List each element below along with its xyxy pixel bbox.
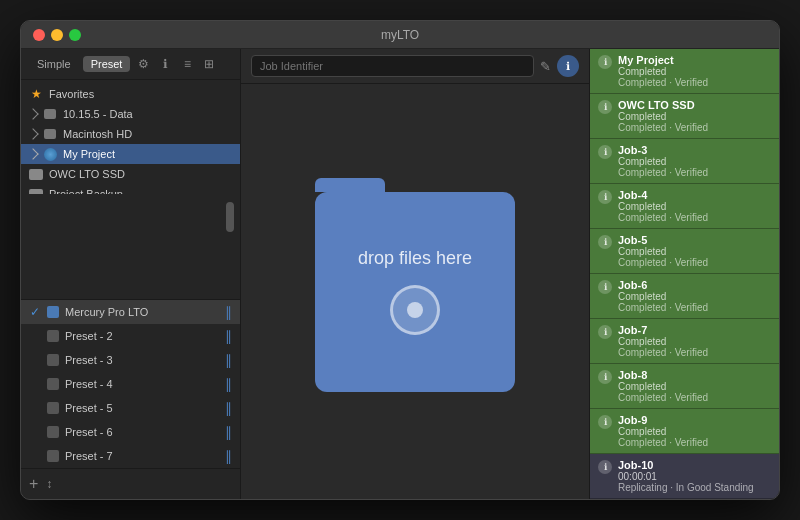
job-sub: Completed · Verified xyxy=(618,257,771,268)
job-details: Job-5 Completed Completed · Verified xyxy=(618,234,771,268)
job-name: Job-5 xyxy=(618,234,771,246)
preset-color-swatch xyxy=(47,378,59,390)
info-icon: ℹ xyxy=(598,55,612,69)
preset-label: Preset - 6 xyxy=(65,426,113,438)
info-circle-icon[interactable]: ℹ xyxy=(557,55,579,77)
globe-icon xyxy=(43,147,57,161)
job-sub: Completed · Verified xyxy=(618,77,771,88)
preset-color-swatch xyxy=(47,330,59,342)
job-name: Job-6 xyxy=(618,279,771,291)
preset-color-swatch xyxy=(47,426,59,438)
job-name: Job-9 xyxy=(618,414,771,426)
close-button[interactable] xyxy=(33,29,45,41)
job-name: OWC LTO SSD xyxy=(618,99,771,111)
sidebar-item-label: Macintosh HD xyxy=(63,128,132,140)
settings-icon[interactable]: ⚙ xyxy=(134,55,152,73)
sidebar-item-myproject[interactable]: My Project xyxy=(21,144,240,164)
sidebar-item-owclto[interactable]: OWC LTO SSD xyxy=(21,164,240,184)
job-entry-5[interactable]: ℹ Job-5 Completed Completed · Verified xyxy=(590,229,779,274)
job-sub: Completed · Verified xyxy=(618,437,771,448)
main-window: myLTO Simple Preset ⚙ ℹ ≡ ⊞ ★ Favorites xyxy=(20,20,780,500)
info-icon[interactable]: ℹ xyxy=(156,55,174,73)
info-icon: ℹ xyxy=(598,235,612,249)
info-icon: ℹ xyxy=(598,325,612,339)
chevron-icon xyxy=(27,128,38,139)
preset-color-swatch xyxy=(47,354,59,366)
preset-item-6[interactable]: ✓ Preset - 6 ∥ xyxy=(21,420,240,444)
checkmark-icon: ✓ xyxy=(29,306,41,318)
edit-icon[interactable]: ∥ xyxy=(225,424,232,440)
job-status: Completed xyxy=(618,381,771,392)
job-status: Completed xyxy=(618,156,771,167)
drop-zone-text: drop files here xyxy=(358,248,472,269)
job-name: Job-10 xyxy=(618,459,771,471)
job-entry-7[interactable]: ℹ Job-7 Completed Completed · Verified xyxy=(590,319,779,364)
job-entry-10[interactable]: ℹ Job-10 00:00:01 Replicating · In Good … xyxy=(590,454,779,499)
job-status: 00:00:01 xyxy=(618,471,771,482)
job-entry-4[interactable]: ℹ Job-4 Completed Completed · Verified xyxy=(590,184,779,229)
preset-color-swatch xyxy=(47,306,59,318)
job-details: OWC LTO SSD Completed Completed · Verifi… xyxy=(618,99,771,133)
sidebar-item-label: My Project xyxy=(63,148,115,160)
preset-item-3[interactable]: ✓ Preset - 3 ∥ xyxy=(21,348,240,372)
preset-label: Preset - 7 xyxy=(65,450,113,462)
info-icon: ℹ xyxy=(598,280,612,294)
job-name: Job-8 xyxy=(618,369,771,381)
job-sub: Completed · Verified xyxy=(618,167,771,178)
drive-icon xyxy=(43,127,57,141)
edit-icon[interactable]: ∥ xyxy=(225,448,232,464)
tab-simple[interactable]: Simple xyxy=(29,56,79,72)
job-sub: Completed · Verified xyxy=(618,302,771,313)
preset-item-7[interactable]: ✓ Preset - 7 ∥ xyxy=(21,444,240,468)
tab-preset[interactable]: Preset xyxy=(83,56,131,72)
job-name: Job-3 xyxy=(618,144,771,156)
job-name: Job-7 xyxy=(618,324,771,336)
edit-icon[interactable]: ∥ xyxy=(225,304,232,320)
info-icon: ℹ xyxy=(598,460,612,474)
grid-icon[interactable]: ⊞ xyxy=(200,55,218,73)
job-details: Job-7 Completed Completed · Verified xyxy=(618,324,771,358)
job-identifier-input[interactable] xyxy=(251,55,534,77)
preset-item-5[interactable]: ✓ Preset - 5 ∥ xyxy=(21,396,240,420)
info-icon: ℹ xyxy=(598,415,612,429)
sidebar-item-label: Favorites xyxy=(49,88,94,100)
job-sub: Replicating · In Good Standing xyxy=(618,482,771,493)
edit-icon[interactable]: ∥ xyxy=(225,376,232,392)
preset-item-2[interactable]: ✓ Preset - 2 ∥ xyxy=(21,324,240,348)
preset-label: Preset - 3 xyxy=(65,354,113,366)
job-name: My Project xyxy=(618,54,771,66)
sidebar-item-data[interactable]: 10.15.5 - Data xyxy=(21,104,240,124)
job-entry-6[interactable]: ℹ Job-6 Completed Completed · Verified xyxy=(590,274,779,319)
drop-zone[interactable]: drop files here xyxy=(315,192,515,392)
preset-item-mercurypro[interactable]: ✓ Mercury Pro LTO ∥ xyxy=(21,300,240,324)
job-entry-9[interactable]: ℹ Job-9 Completed Completed · Verified xyxy=(590,409,779,454)
info-icon: ℹ xyxy=(598,190,612,204)
job-entry-myproject[interactable]: ℹ My Project Completed Completed · Verif… xyxy=(590,49,779,94)
edit-icon[interactable]: ∥ xyxy=(225,400,232,416)
job-status: Completed xyxy=(618,426,771,437)
job-sub: Completed · Verified xyxy=(618,392,771,403)
job-entry-8[interactable]: ℹ Job-8 Completed Completed · Verified xyxy=(590,364,779,409)
edit-icon[interactable]: ∥ xyxy=(225,352,232,368)
add-button[interactable]: + xyxy=(29,475,38,493)
sidebar-item-macintosh[interactable]: Macintosh HD xyxy=(21,124,240,144)
list-icon[interactable]: ≡ xyxy=(178,55,196,73)
window-title: myLTO xyxy=(381,28,419,42)
sidebar-item-projectbackup[interactable]: Project Backup xyxy=(21,184,240,194)
job-entry-3[interactable]: ℹ Job-3 Completed Completed · Verified xyxy=(590,139,779,184)
presets-list: ✓ Mercury Pro LTO ∥ ✓ Preset - 2 ∥ ✓ Pre… xyxy=(21,299,240,468)
preset-item-4[interactable]: ✓ Preset - 4 ∥ xyxy=(21,372,240,396)
job-details: Job-6 Completed Completed · Verified xyxy=(618,279,771,313)
minimize-button[interactable] xyxy=(51,29,63,41)
traffic-lights xyxy=(33,29,81,41)
preset-label: Preset - 2 xyxy=(65,330,113,342)
main-area: Simple Preset ⚙ ℹ ≡ ⊞ ★ Favorites 10.15.… xyxy=(21,49,779,499)
maximize-button[interactable] xyxy=(69,29,81,41)
job-entry-owclto[interactable]: ℹ OWC LTO SSD Completed Completed · Veri… xyxy=(590,94,779,139)
pencil-icon[interactable]: ✎ xyxy=(540,59,551,74)
sidebar-item-favorites[interactable]: ★ Favorites xyxy=(21,84,240,104)
sort-button[interactable]: ↕ xyxy=(46,477,52,491)
edit-icon[interactable]: ∥ xyxy=(225,328,232,344)
drop-zone-inner xyxy=(407,302,423,318)
job-status: Completed xyxy=(618,111,771,122)
